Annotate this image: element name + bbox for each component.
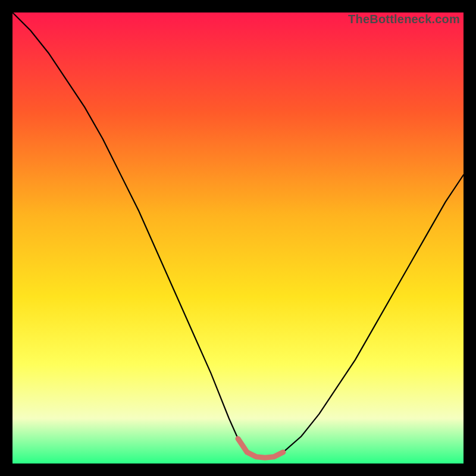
gradient-background — [12, 12, 464, 464]
plot-area: TheBottleneck.com — [12, 12, 464, 464]
watermark-label: TheBottleneck.com — [348, 12, 460, 26]
chart-frame: TheBottleneck.com — [0, 0, 476, 476]
chart-svg — [12, 12, 464, 464]
